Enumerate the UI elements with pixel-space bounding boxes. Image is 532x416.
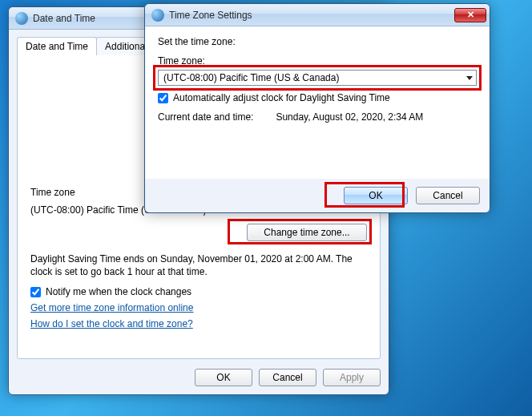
link-more-tz-info[interactable]: Get more time zone information online bbox=[30, 302, 367, 313]
dt-cancel-button[interactable]: Cancel bbox=[259, 369, 316, 386]
tz-field-label: Time zone: bbox=[158, 55, 477, 67]
dt-ok-button[interactable]: OK bbox=[195, 369, 252, 386]
current-datetime-label: Current date and time: bbox=[158, 111, 253, 123]
dt-apply-button[interactable]: Apply bbox=[323, 369, 381, 386]
dst-info-text: Daylight Saving Time ends on Sunday, Nov… bbox=[30, 252, 367, 278]
tab-date-and-time[interactable]: Date and Time bbox=[17, 37, 97, 55]
auto-dst-label: Automatically adjust clock for Daylight … bbox=[173, 92, 390, 103]
globe-icon bbox=[151, 9, 164, 22]
notify-checkbox[interactable] bbox=[30, 287, 41, 297]
timezone-dropdown[interactable]: (UTC-08:00) Pacific Time (US & Canada) bbox=[158, 70, 477, 86]
auto-dst-row[interactable]: Automatically adjust clock for Daylight … bbox=[158, 92, 477, 103]
tz-titlebar[interactable]: Time Zone Settings ✕ bbox=[145, 4, 490, 26]
timezone-dropdown-value: (UTC-08:00) Pacific Time (US & Canada) bbox=[163, 72, 339, 83]
current-datetime-value: Sunday, August 02, 2020, 2:34 AM bbox=[276, 111, 423, 123]
tz-title: Time Zone Settings bbox=[169, 10, 454, 21]
link-help-set-clock[interactable]: How do I set the clock and time zone? bbox=[30, 318, 367, 329]
time-zone-settings-window: Time Zone Settings ✕ Set the time zone: … bbox=[144, 3, 490, 213]
notify-clock-changes-row[interactable]: Notify me when the clock changes bbox=[30, 286, 367, 297]
clock-icon bbox=[15, 12, 28, 25]
chevron-down-icon bbox=[466, 76, 473, 80]
change-time-zone-button[interactable]: Change time zone... bbox=[247, 224, 367, 241]
close-button[interactable]: ✕ bbox=[454, 8, 486, 22]
tz-cancel-button[interactable]: Cancel bbox=[416, 187, 480, 204]
auto-dst-checkbox[interactable] bbox=[158, 93, 168, 103]
tz-body: Set the time zone: Time zone: (UTC-08:00… bbox=[145, 26, 490, 179]
set-tz-label: Set the time zone: bbox=[158, 36, 477, 47]
tz-ok-button[interactable]: OK bbox=[344, 187, 408, 204]
notify-label: Notify me when the clock changes bbox=[46, 286, 191, 297]
